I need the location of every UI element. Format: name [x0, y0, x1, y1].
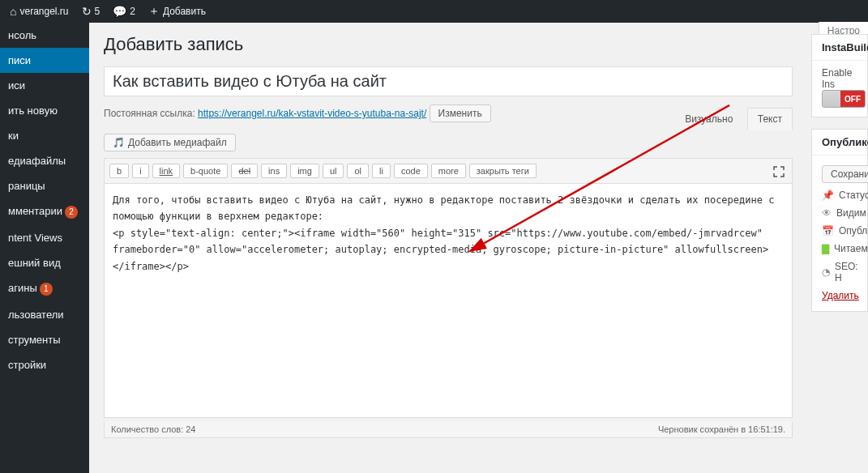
page-title: Добавить запись [104, 34, 858, 55]
qt-more[interactable]: more [431, 164, 466, 178]
readability-label: Читаем [834, 243, 868, 254]
admin-bar: ⌂ verangel.ru ↻ 5 💬 2 ＋ Добавить [0, 0, 868, 23]
status-label: Статус [839, 190, 868, 201]
publish-title: Опублико [812, 130, 867, 156]
sidebar-item-7[interactable]: мментарии2 [0, 198, 89, 225]
editor-tabs: Визуально Текст [674, 108, 793, 130]
content-area: Добавить запись Постоянная ссылка: https… [89, 23, 868, 473]
add-new-label: Добавить [163, 6, 206, 17]
delete-post-link[interactable]: Удалить [822, 290, 859, 301]
qt-del[interactable]: del [231, 164, 258, 178]
updates-count: 5 [95, 6, 100, 17]
permalink-label: Постоянная ссылка: [104, 108, 195, 119]
qt-li[interactable]: li [372, 164, 391, 178]
sidebar-item-10[interactable]: агины1 [0, 275, 89, 302]
qt-ul[interactable]: ul [323, 164, 344, 178]
save-draft-button[interactable]: Сохранит [822, 165, 868, 183]
qt-i[interactable]: i [132, 164, 148, 178]
calendar-icon: 📅 [822, 225, 834, 236]
add-media-button[interactable]: 🎵Добавить медиафайл [104, 134, 236, 151]
edit-permalink-button[interactable]: Изменить [430, 104, 491, 122]
qt-закрыть-теги[interactable]: закрыть теги [469, 164, 537, 178]
plus-icon: ＋ [148, 4, 160, 19]
publish-date-label: Опубл [839, 225, 867, 236]
sidebar-item-11[interactable]: льзователи [0, 302, 89, 327]
side-column: InstaBuild Enable Ins OFF Опублико Сохра… [811, 34, 868, 323]
autosave-status: Черновик сохранён в 16:51:19. [658, 424, 785, 434]
instabuilder-enable-label: Enable Ins [822, 67, 857, 90]
title-wrap [104, 66, 793, 96]
admin-sidebar: нсольписиисиить новуюкиедиафайлыраницымм… [0, 23, 89, 473]
sidebar-item-5[interactable]: едиафайлы [0, 148, 89, 173]
qt-b-quote[interactable]: b-quote [183, 164, 228, 178]
updates-link[interactable]: ↻ 5 [75, 0, 107, 23]
site-name: verangel.ru [19, 6, 68, 17]
qt-ol[interactable]: ol [347, 164, 369, 178]
comments-count: 2 [130, 6, 135, 17]
sidebar-item-1[interactable]: писи [0, 48, 89, 73]
yoast-seo-icon: ◔ [822, 266, 830, 278]
sidebar-item-8[interactable]: ntent Views [0, 225, 89, 250]
sidebar-item-4[interactable]: ки [0, 123, 89, 148]
comments-link[interactable]: 💬 2 [106, 0, 142, 23]
site-link[interactable]: ⌂ verangel.ru [3, 0, 75, 23]
add-new-link[interactable]: ＋ Добавить [142, 0, 212, 23]
sidebar-badge: 2 [65, 206, 78, 219]
sidebar-item-13[interactable]: стройки [0, 352, 89, 377]
comment-icon: 💬 [113, 5, 126, 18]
publish-box: Опублико Сохранит 📌Статус 👁Видим 📅Опубл … [811, 129, 868, 312]
yoast-readability-icon: ▇ [822, 243, 829, 254]
editor-status-bar: Количество слов: 24 Черновик сохранён в … [104, 421, 793, 438]
quicktags-toolbar: bilinkb-quotedelinsimgulollicodemoreзакр… [104, 158, 793, 183]
media-icon: 🎵 [113, 137, 125, 148]
instabuilder-title: InstaBuild [812, 35, 867, 61]
instabuilder-toggle[interactable]: OFF [822, 90, 866, 108]
permalink-url[interactable]: https://verangel.ru/kak-vstavit-video-s-… [198, 108, 426, 119]
tab-visual[interactable]: Визуально [674, 108, 743, 130]
main-column: Постоянная ссылка: https://verangel.ru/k… [104, 66, 793, 438]
sidebar-item-9[interactable]: ешний вид [0, 250, 89, 275]
qt-b[interactable]: b [109, 164, 129, 178]
eye-icon: 👁 [822, 207, 832, 219]
toggle-off-label: OFF [840, 91, 865, 107]
word-count-label: Количество слов: [111, 424, 183, 434]
qt-img[interactable]: img [290, 164, 319, 178]
sidebar-item-6[interactable]: раницы [0, 173, 89, 198]
qt-ins[interactable]: ins [261, 164, 287, 178]
post-title-input[interactable] [104, 66, 793, 96]
tab-text[interactable]: Текст [747, 108, 793, 130]
post-content-textarea[interactable] [104, 183, 793, 418]
qt-link[interactable]: link [152, 164, 181, 178]
pin-icon: 📌 [822, 190, 834, 201]
instabuilder-box: InstaBuild Enable Ins OFF [811, 34, 868, 117]
qt-code[interactable]: code [394, 164, 428, 178]
add-media-label: Добавить медиафайл [128, 137, 227, 148]
visibility-label: Видим [836, 207, 866, 219]
update-icon: ↻ [82, 5, 92, 18]
sidebar-badge: 1 [40, 283, 53, 296]
sidebar-item-12[interactable]: струменты [0, 327, 89, 352]
fullscreen-icon[interactable] [772, 165, 785, 181]
word-count: 24 [186, 424, 195, 434]
sidebar-item-2[interactable]: иси [0, 73, 89, 98]
sidebar-item-0[interactable]: нсоль [0, 23, 89, 48]
home-icon: ⌂ [10, 5, 16, 18]
seo-label: SEO: Н [835, 261, 858, 283]
sidebar-item-3[interactable]: ить новую [0, 98, 89, 123]
